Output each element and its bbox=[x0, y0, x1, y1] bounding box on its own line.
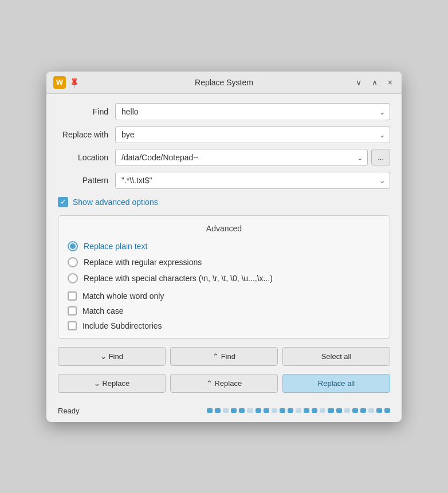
checkbox-match-case[interactable] bbox=[68, 306, 77, 315]
progress-segment bbox=[304, 408, 309, 413]
replace-next-button[interactable]: ⌃ Replace bbox=[170, 374, 278, 393]
pattern-label: Pattern bbox=[58, 176, 115, 185]
find-next-label: ⌃ Find bbox=[213, 352, 235, 361]
show-advanced-row: ✓ Show advanced options bbox=[58, 195, 390, 210]
checkbox-whole-word[interactable] bbox=[68, 291, 77, 301]
radio-label-regex: Replace with regular expressions bbox=[84, 258, 202, 267]
checkbox-item-whole-word[interactable]: Match whole word only bbox=[68, 291, 380, 301]
progress-segment bbox=[336, 408, 342, 413]
checkbox-label-match-case: Match case bbox=[82, 306, 124, 315]
radio-circle-special[interactable] bbox=[68, 273, 78, 283]
progress-segment bbox=[239, 408, 245, 413]
select-all-button[interactable]: Select all bbox=[282, 347, 390, 366]
replace-system-window: W 📌 Replace System ∨ ∧ × Find ⌄ Replace … bbox=[46, 72, 402, 422]
checkbox-label-whole-word: Match whole word only bbox=[82, 291, 164, 301]
progress-segment bbox=[215, 408, 221, 413]
progress-segment bbox=[352, 408, 358, 413]
location-input[interactable] bbox=[115, 149, 368, 166]
replace-prev-button[interactable]: ⌄ Replace bbox=[58, 374, 166, 393]
browse-button[interactable]: ... bbox=[371, 149, 390, 165]
status-bar: Ready bbox=[46, 402, 402, 422]
title-bar: W 📌 Replace System ∨ ∧ × bbox=[46, 72, 402, 94]
progress-segment bbox=[384, 408, 390, 413]
progress-segment bbox=[312, 408, 317, 413]
replace-input[interactable] bbox=[115, 126, 390, 143]
checkbox-subdirs[interactable] bbox=[68, 321, 77, 330]
progress-segment bbox=[344, 408, 350, 413]
pattern-input[interactable] bbox=[115, 172, 390, 189]
title-bar-controls: ∨ ∧ × bbox=[353, 77, 395, 88]
find-input[interactable] bbox=[115, 103, 390, 120]
replace-all-button[interactable]: Replace all bbox=[282, 374, 390, 393]
find-prev-label: ⌄ Find bbox=[100, 352, 123, 361]
find-next-button[interactable]: ⌃ Find bbox=[170, 347, 278, 366]
form-content: Find ⌄ Replace with ⌄ Location ⌄ ... bbox=[46, 94, 402, 402]
progress-segment bbox=[223, 408, 229, 413]
window-title: Replace System bbox=[195, 78, 253, 87]
location-input-wrap: ⌄ bbox=[115, 149, 368, 166]
progress-segment bbox=[256, 408, 261, 413]
progress-segment bbox=[231, 408, 237, 413]
radio-group: Replace plain text Replace with regular … bbox=[68, 241, 380, 283]
radio-circle-regex[interactable] bbox=[68, 257, 78, 267]
progress-segment bbox=[207, 408, 213, 413]
advanced-checkbox[interactable]: ✓ bbox=[58, 197, 68, 207]
replace-next-label: ⌃ Replace bbox=[206, 379, 242, 388]
radio-inner-plain bbox=[70, 243, 76, 249]
progress-segment bbox=[368, 408, 374, 413]
replace-row: Replace with ⌄ bbox=[58, 126, 390, 143]
pin-icon: 📌 bbox=[68, 76, 81, 89]
progress-segment bbox=[376, 408, 382, 413]
progress-segment bbox=[360, 408, 366, 413]
replace-label: Replace with bbox=[58, 130, 115, 139]
progress-segment bbox=[247, 408, 253, 413]
progress-segment bbox=[264, 408, 269, 413]
advanced-box: Advanced Replace plain text Replace with… bbox=[58, 215, 390, 339]
progress-segment bbox=[328, 408, 333, 413]
replace-input-wrap: ⌄ bbox=[115, 126, 390, 143]
radio-circle-plain[interactable] bbox=[68, 241, 78, 251]
pattern-input-wrap: ⌄ bbox=[115, 172, 390, 189]
status-text: Ready bbox=[58, 407, 80, 415]
radio-label-special: Replace with special characters (\n, \r,… bbox=[84, 274, 273, 283]
progress-segment bbox=[288, 408, 293, 413]
find-buttons-row: ⌄ Find ⌃ Find Select all bbox=[58, 347, 390, 366]
advanced-title: Advanced bbox=[68, 224, 380, 233]
close-button[interactable]: × bbox=[386, 77, 395, 88]
select-all-label: Select all bbox=[321, 352, 352, 361]
progress-bar bbox=[207, 408, 390, 413]
progress-segment bbox=[280, 408, 285, 413]
find-prev-button[interactable]: ⌄ Find bbox=[58, 347, 166, 366]
find-label: Find bbox=[58, 107, 115, 116]
minimize-button[interactable]: ∨ bbox=[353, 77, 364, 88]
find-input-wrap: ⌄ bbox=[115, 103, 390, 120]
progress-segment bbox=[272, 408, 277, 413]
checkbox-group: Match whole word only Match case Include… bbox=[68, 291, 380, 330]
location-label: Location bbox=[58, 153, 115, 162]
replace-all-label: Replace all bbox=[318, 379, 355, 388]
checkbox-item-subdirs[interactable]: Include Subdirectories bbox=[68, 321, 380, 330]
radio-item-plain[interactable]: Replace plain text bbox=[68, 241, 380, 251]
radio-label-plain: Replace plain text bbox=[84, 242, 147, 251]
checkbox-item-match-case[interactable]: Match case bbox=[68, 306, 380, 315]
title-bar-left: W 📌 bbox=[53, 76, 79, 89]
location-row: Location ⌄ ... bbox=[58, 149, 390, 166]
app-icon: W bbox=[53, 76, 66, 89]
progress-segment bbox=[320, 408, 325, 413]
advanced-checkbox-check: ✓ bbox=[60, 198, 66, 206]
pattern-row: Pattern ⌄ bbox=[58, 172, 390, 189]
radio-item-special[interactable]: Replace with special characters (\n, \r,… bbox=[68, 273, 380, 283]
maximize-button[interactable]: ∧ bbox=[370, 77, 380, 88]
progress-segment bbox=[296, 408, 301, 413]
radio-item-regex[interactable]: Replace with regular expressions bbox=[68, 257, 380, 267]
replace-buttons-row: ⌄ Replace ⌃ Replace Replace all bbox=[58, 374, 390, 393]
advanced-toggle-label[interactable]: Show advanced options bbox=[73, 198, 158, 207]
find-row: Find ⌄ bbox=[58, 103, 390, 120]
checkbox-label-subdirs: Include Subdirectories bbox=[82, 321, 162, 330]
replace-prev-label: ⌄ Replace bbox=[94, 379, 129, 388]
